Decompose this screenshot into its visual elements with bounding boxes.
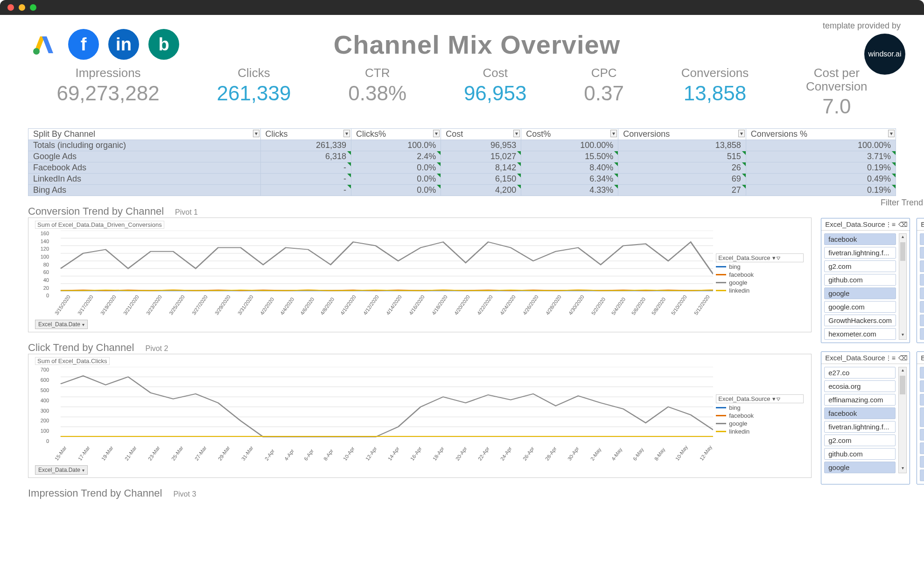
chart1-date-field[interactable]: Excel_Data.Date▾: [35, 320, 88, 329]
windsor-logo: windsor.ai: [864, 34, 905, 75]
svg-marker-0: [34, 36, 45, 53]
scrollbar[interactable]: ▴▾: [898, 367, 907, 473]
column-header[interactable]: Conversions %▾: [746, 129, 896, 140]
filter-dropdown-icon[interactable]: ▾: [343, 130, 350, 137]
filter-icon[interactable]: ▾🜄: [772, 254, 782, 261]
kpi-label: Cost perConversion: [806, 66, 868, 93]
close-window[interactable]: [7, 4, 14, 11]
slicer-item[interactable]: free-trial: [920, 429, 924, 441]
slicer-item[interactable]: linkedin: [920, 470, 924, 481]
slicer: Excel_Data.Camp...⋮≡⌫competitor-search2c…: [917, 351, 924, 484]
slicer-item[interactable]: How-to-load-your-...: [920, 456, 924, 468]
minimize-window[interactable]: [19, 4, 25, 11]
table-row: Bing Ads-0.0%4,2004.33%270.19%: [28, 185, 896, 196]
filter-icon[interactable]: ▾🜄: [772, 395, 782, 402]
slicer-item[interactable]: attribution-modelli...: [920, 260, 924, 272]
template-provided-by: template provided by: [823, 21, 901, 31]
kpi-label: CTR: [348, 66, 406, 80]
slicer-item[interactable]: facebook: [824, 233, 896, 245]
slicer-item[interactable]: facebook: [920, 394, 924, 406]
kpi-value: 0.38%: [348, 82, 406, 105]
slicer-item[interactable]: e27.co: [824, 367, 896, 379]
linkedin-logo: in: [108, 29, 139, 60]
legend-item[interactable]: linkedin: [716, 428, 804, 435]
slicer-item[interactable]: GrowthHackers.com: [824, 315, 896, 326]
page-title: Channel Mix Overview: [179, 29, 775, 60]
chart1-title: Conversion Trend by Channel: [28, 205, 164, 217]
clear-filter-icon[interactable]: ⌫: [898, 221, 908, 228]
legend-item[interactable]: bing: [716, 404, 804, 411]
column-header[interactable]: Clicks▾: [260, 129, 351, 140]
legend-title[interactable]: Excel_Data.Source ▾🜄: [716, 253, 804, 262]
table-row: Google Ads6,3182.4%15,02715.50%5153.71%: [28, 151, 896, 162]
slicer-item[interactable]: g2.com: [824, 260, 896, 272]
slicer-item[interactable]: facebook: [824, 407, 896, 419]
column-header[interactable]: Cost%▾: [521, 129, 618, 140]
scrollbar[interactable]: ▴▾: [899, 233, 907, 340]
slicer-item[interactable]: google.com: [824, 301, 896, 313]
kpi-label: Conversions: [681, 66, 749, 80]
slicer-item[interactable]: competitor-search2: [920, 315, 924, 326]
slicer-item[interactable]: competitor-search2: [920, 367, 924, 379]
slicer: Excel_Data.Camp...⋮≡⌫(not set)Attributio…: [917, 218, 924, 343]
slicer-item[interactable]: github.com: [824, 274, 896, 286]
slicer-item[interactable]: brand-search-global: [920, 288, 924, 299]
slicer-item[interactable]: competitor global: [920, 301, 924, 313]
slicer-item[interactable]: bing: [920, 274, 924, 286]
multi-select-icon[interactable]: ⋮≡: [885, 354, 896, 362]
slicer-item[interactable]: (not set): [920, 233, 924, 245]
slicer-item[interactable]: crm-to-ga-EP: [920, 328, 924, 340]
filter-dropdown-icon[interactable]: ▾: [888, 130, 895, 137]
slicer-title: Excel_Data.Source: [825, 220, 885, 228]
kpi-value: 7.0: [806, 95, 868, 118]
legend-item[interactable]: facebook: [716, 412, 804, 419]
table-row: LinkedIn Ads-0.0%6,1506.34%690.49%: [28, 174, 896, 185]
slicer-item[interactable]: Attribution-modelli...: [920, 247, 924, 259]
legend-title[interactable]: Excel_Data.Source ▾🜄: [716, 394, 804, 403]
column-header[interactable]: Conversions▾: [618, 129, 746, 140]
slicer-item[interactable]: facebook-data-goo...: [920, 407, 924, 427]
slicer-item[interactable]: g2.com: [824, 435, 896, 446]
svg-point-2: [33, 48, 40, 55]
conversion-trend-chart: Sum of Excel_Data.Data_Driven_Conversion…: [28, 217, 812, 332]
chart3-pivot: Pivot 3: [173, 490, 196, 498]
clear-filter-icon[interactable]: ⌫: [898, 354, 908, 362]
split-by-channel-table: Split By Channel▾Clicks▾Clicks%▾Cost▾Cos…: [28, 128, 896, 196]
slicer-item[interactable]: github.com: [824, 448, 896, 460]
filter-dropdown-icon[interactable]: ▾: [738, 130, 745, 137]
slicer-item[interactable]: google: [824, 462, 896, 473]
filter-dropdown-icon[interactable]: ▾: [513, 130, 520, 137]
chart2-date-field[interactable]: Excel_Data.Date▾: [35, 465, 88, 475]
chart2-title: Click Trend by Channel: [28, 342, 134, 354]
multi-select-icon[interactable]: ⋮≡: [885, 221, 896, 228]
slicer-item[interactable]: fivetran.lightning.f...: [824, 421, 896, 433]
legend-item[interactable]: bing: [716, 263, 804, 270]
slicer-item[interactable]: google: [824, 288, 896, 299]
slicer-item[interactable]: fivetran.lightning.f...: [824, 247, 896, 259]
chart1-pivot: Pivot 1: [175, 208, 198, 217]
legend-item[interactable]: linkedin: [716, 287, 804, 294]
slicer-item[interactable]: ecosia.org: [824, 380, 896, 392]
kpi-value: 261,339: [217, 82, 291, 105]
maximize-window[interactable]: [30, 4, 36, 11]
filter-dropdown-icon[interactable]: ▾: [433, 130, 440, 137]
slicer-item[interactable]: hexometer.com: [824, 328, 896, 340]
slicer-item[interactable]: google: [920, 442, 924, 454]
kpi-value: 13,858: [681, 82, 749, 105]
legend-item[interactable]: google: [716, 420, 804, 427]
slicer-item[interactable]: effinamazing.com: [824, 394, 896, 406]
legend-item[interactable]: facebook: [716, 271, 804, 278]
slicer: Excel_Data.Source⋮≡⌫facebookfivetran.lig…: [821, 218, 910, 343]
slicer-title: Excel_Data.Source: [825, 354, 885, 362]
column-header[interactable]: Clicks%▾: [351, 129, 441, 140]
column-header[interactable]: Cost▾: [441, 129, 521, 140]
slicer-item[interactable]: crm-to-ga-EP: [920, 380, 924, 392]
filter-dropdown-icon[interactable]: ▾: [610, 130, 617, 137]
filter-dropdown-icon[interactable]: ▾: [253, 130, 259, 137]
legend-item[interactable]: google: [716, 279, 804, 286]
kpi-label: CPC: [584, 66, 624, 80]
kpi-label: Impressions: [56, 66, 159, 80]
bing-logo: b: [148, 29, 179, 60]
click-trend-chart: Sum of Excel_Data.Clicks 700600500400300…: [28, 354, 812, 478]
column-header[interactable]: Split By Channel▾: [28, 129, 261, 140]
